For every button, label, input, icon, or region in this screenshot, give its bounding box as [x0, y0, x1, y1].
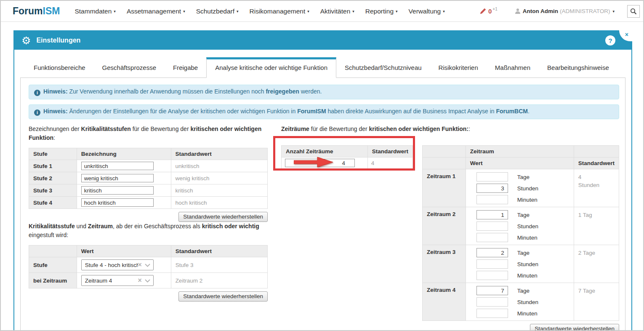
- standardwert-value: hoch kritisch: [171, 197, 267, 209]
- bezeichnung-input-stufe3[interactable]: [81, 186, 154, 195]
- main-menu: Stammdaten▾ Assetmanagement▾ Schutzbedar…: [69, 8, 450, 15]
- zeitraum1-stunden-input[interactable]: [476, 184, 508, 193]
- user-name: Anton Admin: [523, 8, 558, 14]
- pending-edits-indicator[interactable]: 0 +1: [480, 8, 498, 15]
- standardwert-value: 4Stunden: [574, 169, 619, 207]
- tab-geschaeftsprozesse[interactable]: Geschäftsprozesse: [94, 58, 165, 78]
- einstufung-table: Wert Standardwert Stufe Stufe 4 - hoch k…: [29, 245, 268, 288]
- question-icon: ?: [608, 37, 612, 44]
- zeitraeume-intro: Zeiträume für die Bewertung der kritisch…: [281, 125, 619, 133]
- standardwert-value: Zeitraum 2: [171, 273, 267, 288]
- right-column: Zeiträume für die Bewertung der kritisch…: [281, 125, 619, 331]
- tab-freigabe[interactable]: Freigabe: [165, 58, 206, 78]
- clear-icon[interactable]: ×: [138, 277, 141, 284]
- menu-item-stammdaten[interactable]: Stammdaten▾: [69, 8, 121, 15]
- menu-item-aktivitaeten[interactable]: Aktivitäten▾: [315, 8, 360, 15]
- clear-icon[interactable]: ×: [138, 262, 141, 268]
- bezeichnung-input-stufe1[interactable]: [81, 162, 154, 170]
- user-menu[interactable]: Anton Admin (ADMINISTRATOR) ▾: [515, 8, 615, 14]
- help-button[interactable]: ?: [605, 35, 615, 45]
- chevron-down-icon: ▾: [443, 9, 445, 13]
- chevron-down-icon: ▾: [183, 9, 185, 13]
- menu-item-schutzbedarf[interactable]: Schutzbedarf▾: [191, 8, 244, 15]
- standardwert-value: kritisch: [171, 184, 267, 197]
- zeitraum4-stunden-input[interactable]: [476, 297, 508, 307]
- gear-icon: ⚙: [21, 35, 31, 46]
- zeitraum3-minuten-input[interactable]: [476, 271, 508, 280]
- zeitraum4-tage-input[interactable]: [476, 286, 508, 295]
- settings-panel: ⚙ Einstellungen ? × Funktionsbereiche Ge…: [13, 30, 632, 331]
- search-button[interactable]: [627, 5, 640, 18]
- row-label: bei Zeitraum: [29, 273, 77, 288]
- standardwert-value: 4: [367, 157, 412, 169]
- user-role: (ADMINISTRATOR): [560, 8, 610, 14]
- unit-label: Minuten: [517, 272, 538, 279]
- column-header-wert: Wert: [466, 157, 574, 169]
- row-label: Zeitraum 4: [423, 283, 466, 321]
- restore-defaults-button-stufen[interactable]: Standardwerte wiederherstellen: [178, 212, 268, 222]
- stufe-select[interactable]: Stufe 4 - hoch kritisch ×: [81, 259, 154, 270]
- zeitraum-select[interactable]: Zeitraum 4 ×: [81, 275, 154, 286]
- zeitraum4-minuten-input[interactable]: [476, 309, 508, 318]
- logo-part-forum: Forum: [13, 5, 43, 16]
- selected-value: Stufe 4 - hoch kritisch: [85, 262, 138, 268]
- selected-value: Zeitraum 4: [85, 278, 112, 284]
- tab-risikokriterien[interactable]: Risikokriterien: [430, 58, 487, 78]
- unit-label: Tage: [517, 174, 530, 180]
- logo-part-ism: ISM: [43, 5, 60, 16]
- edit-count: 0: [488, 8, 492, 15]
- close-button[interactable]: ×: [618, 30, 632, 42]
- panel-header: ⚙ Einstellungen ? ×: [14, 31, 631, 50]
- column-header-bezeichnung: Bezeichnung: [77, 148, 171, 160]
- menu-item-verwaltung[interactable]: Verwaltung▾: [403, 8, 450, 15]
- chevron-down-icon: ▾: [114, 9, 116, 13]
- tab-analyse-kritische-funktion[interactable]: Analyse kritische oder wichtige Funktion: [206, 57, 336, 78]
- chevron-down-icon: ▾: [396, 9, 398, 13]
- standardwert-value: 2 Tage: [574, 245, 619, 283]
- tab-bearbeitungshinweise[interactable]: Bearbeitungshinweise: [539, 58, 617, 78]
- restore-defaults-button-einstufung[interactable]: Standardwerte wiederherstellen: [178, 291, 268, 302]
- table-row: bei Zeitraum Zeitraum 4 × Zeitraum 2: [29, 273, 268, 288]
- tab-schutzbedarf-schutzniveau[interactable]: Schutzbedarf/Schutzniveau: [336, 58, 430, 78]
- app-logo[interactable]: ForumISM: [13, 5, 60, 17]
- zeitraum2-tage-input[interactable]: [476, 210, 508, 219]
- menu-item-reporting[interactable]: Reporting▾: [360, 8, 403, 15]
- row-label: Stufe 1: [29, 160, 77, 172]
- zeitraum3-tage-input[interactable]: [476, 248, 508, 257]
- zeitraum2-stunden-input[interactable]: [476, 222, 508, 231]
- standardwert-value: Stufe 3: [171, 257, 267, 273]
- row-label: Stufe 4: [29, 197, 77, 209]
- unit-label: Stunden: [517, 223, 538, 230]
- left-column: Bezeichnungen der Kritikalitätsstufen fü…: [29, 125, 268, 331]
- unit-label: Tage: [517, 288, 530, 294]
- column-header-anzahl-zeitraeume: Anzahl Zeiträume: [282, 146, 368, 157]
- zeitraum2-minuten-input[interactable]: [476, 233, 508, 242]
- menu-item-assetmanagement[interactable]: Assetmanagement▾: [121, 8, 191, 15]
- tab-massnahmen[interactable]: Maßnahmen: [487, 58, 539, 78]
- bezeichnungen-intro: Bezeichnungen der Kritikalitätsstufen fü…: [29, 125, 268, 142]
- chevron-down-icon: [145, 264, 150, 267]
- bezeichnung-input-stufe4[interactable]: [81, 198, 154, 207]
- column-header-standardwert: Standardwert: [171, 246, 267, 257]
- table-row: Stufe Stufe 4 - hoch kritisch × Stufe 3: [29, 257, 268, 273]
- app-window: ForumISM Stammdaten▾ Assetmanagement▾ Sc…: [0, 0, 644, 331]
- top-navbar: ForumISM Stammdaten▾ Assetmanagement▾ Sc…: [1, 1, 643, 22]
- settings-tabs: Funktionsbereiche Geschäftsprozesse Frei…: [14, 50, 631, 78]
- menu-item-risikomanagement[interactable]: Risikomanagement▾: [244, 8, 315, 15]
- standardwert-value: unkritisch: [171, 160, 267, 172]
- zeitraum3-stunden-input[interactable]: [476, 259, 508, 269]
- pencil-icon: [480, 8, 486, 14]
- zeitraum1-tage-input[interactable]: [476, 172, 508, 182]
- unit-label: Tage: [517, 250, 530, 256]
- bezeichnung-input-stufe2[interactable]: [81, 174, 154, 182]
- navbar-right: 0 +1 Anton Admin (ADMINISTRATOR) ▾: [480, 5, 640, 18]
- row-label: Zeitraum 1: [423, 169, 466, 207]
- restore-defaults-button-zeitraeume[interactable]: Standardwerte wiederherstellen: [530, 324, 619, 331]
- hint-banner-freigabe: iHinweis: Zur Verwendung innerhalb der A…: [29, 85, 619, 99]
- tab-funktionsbereiche[interactable]: Funktionsbereiche: [25, 58, 94, 78]
- row-label: Stufe 2: [29, 172, 77, 184]
- zeitraum1-minuten-input[interactable]: [476, 195, 508, 204]
- table-row: Stufe 2 wenig kritisch: [29, 172, 268, 184]
- column-header-wert: Wert: [77, 246, 171, 257]
- unit-label: Stunden: [517, 261, 538, 267]
